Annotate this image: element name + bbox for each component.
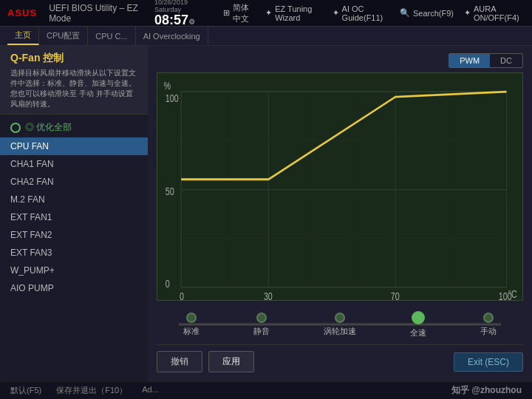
fan-item-cha2[interactable]: CHA2 FAN — [0, 173, 148, 191]
standard-dot[interactable] — [186, 313, 197, 323]
preset-full[interactable]: 全速 — [410, 311, 426, 338]
pwm-dc-toggle: PWM DC — [449, 53, 523, 68]
fan-item-cha1[interactable]: CHA1 FAN — [0, 155, 148, 173]
fan-item-aio[interactable]: AIO PUMP — [0, 279, 148, 297]
pwm-button[interactable]: PWM — [449, 54, 490, 67]
ai-oc-guide[interactable]: ✦ AI OC Guide(F11) — [332, 4, 389, 22]
y-axis-label: % — [164, 81, 171, 92]
main-content: Q-Fan 控制 选择目标风扇并移动滑块从以下设置文件中选择：标准、静音、加速与… — [0, 46, 532, 399]
cancel-button[interactable]: 撤销 — [157, 351, 202, 372]
silent-label: 静音 — [253, 326, 270, 337]
top-bar-items: ⊞ 简体中文 ✦ EZ Tuning Wizard ✦ AI OC Guide(… — [223, 2, 525, 24]
svg-text:30: 30 — [264, 291, 273, 300]
optimize-all-label: ◎ 优化全部 — [25, 121, 72, 134]
svg-text:0: 0 — [166, 279, 170, 290]
tab-cpu[interactable]: CPU配置 — [39, 27, 88, 45]
watermark: 知乎 @zhouzhou — [451, 384, 522, 397]
svg-text:0: 0 — [180, 291, 184, 300]
fan-item-ext1[interactable]: EXT FAN1 — [0, 208, 148, 226]
tab-ai-oc[interactable]: AI Overclocking — [136, 27, 208, 45]
silent-dot[interactable] — [256, 313, 267, 323]
right-panel: PWM DC % 100 50 0 — [148, 46, 532, 381]
search-button[interactable]: 🔍 Search(F9) — [400, 8, 454, 18]
full-label: 全速 — [410, 327, 426, 338]
section-desc: 选择目标风扇并移动滑块从以下设置文件中选择：标准、静音、加速与全速。您也可以移动… — [10, 68, 137, 109]
manual-label: 手动 — [480, 326, 497, 337]
dc-button[interactable]: DC — [490, 54, 522, 67]
aura-toggle[interactable]: ✦ AURA ON/OFF(F4) — [464, 4, 525, 22]
bios-title: UEFI BIOS Utility – EZ Mode — [49, 3, 143, 24]
mode-toggle-group: PWM DC — [157, 53, 523, 68]
fan-list: ◎ 优化全部 CPU FAN CHA1 FAN CHA2 FAN M.2 FAN… — [0, 115, 148, 300]
footer-bar: 默认(F5) 保存并退出（F10） Ad... 知乎 @zhouzhou — [0, 381, 532, 399]
manual-dot[interactable] — [483, 313, 494, 323]
tab-cpu-c[interactable]: CPU C... — [88, 27, 135, 45]
preset-turbo[interactable]: 涡轮加速 — [324, 313, 356, 337]
footer-default[interactable]: 默认(F5) — [10, 385, 41, 396]
ez-tuning-wizard[interactable]: ✦ EZ Tuning Wizard — [265, 4, 321, 22]
left-panel: Q-Fan 控制 选择目标风扇并移动滑块从以下设置文件中选择：标准、静音、加速与… — [0, 46, 148, 381]
fan-item-wpump[interactable]: W_PUMP+ — [0, 262, 148, 279]
chart-svg: % 100 50 0 — [157, 73, 522, 300]
language-menu[interactable]: ⊞ 简体中文 — [223, 2, 255, 24]
preset-manual[interactable]: 手动 — [480, 313, 497, 337]
svg-text:°C: °C — [508, 289, 517, 300]
optimize-all-button[interactable]: ◎ 优化全部 — [0, 117, 148, 137]
btn-group-left: 撤销 应用 — [157, 351, 254, 372]
fan-item-ext3[interactable]: EXT FAN3 — [0, 244, 148, 262]
exit-button[interactable]: Exit (ESC) — [454, 352, 523, 372]
date-display: 10/26/2019 Saturday — [154, 0, 205, 13]
apply-button[interactable]: 应用 — [208, 351, 254, 372]
fan-curve-chart: % 100 50 0 — [157, 72, 523, 301]
fan-item-ext2[interactable]: EXT FAN2 — [0, 226, 148, 244]
section-header: Q-Fan 控制 选择目标风扇并移动滑块从以下设置文件中选择：标准、静音、加速与… — [0, 46, 148, 115]
bottom-buttons: 撤销 应用 Exit (ESC) — [157, 344, 523, 374]
content-area: Q-Fan 控制 选择目标风扇并移动滑块从以下设置文件中选择：标准、静音、加速与… — [0, 46, 532, 381]
fan-item-cpu[interactable]: CPU FAN — [0, 137, 148, 155]
section-title: Q-Fan 控制 — [10, 52, 137, 65]
datetime: 10/26/2019 Saturday 08:57⚙ — [154, 0, 205, 27]
svg-text:100: 100 — [166, 93, 179, 105]
footer-save-exit[interactable]: 保存并退出（F10） — [56, 385, 127, 396]
svg-text:50: 50 — [166, 185, 174, 197]
settings-gear-icon[interactable]: ⚙ — [188, 18, 195, 26]
time-display: 08:57⚙ — [154, 13, 195, 28]
turbo-label: 涡轮加速 — [324, 326, 356, 337]
svg-text:70: 70 — [391, 291, 400, 300]
turbo-dot[interactable] — [335, 313, 345, 323]
fan-item-m2[interactable]: M.2 FAN — [0, 191, 148, 208]
second-bar: 主页 CPU配置 CPU C... AI Overclocking — [0, 27, 532, 46]
preset-standard[interactable]: 标准 — [183, 313, 200, 337]
asus-logo: ASUS — [7, 7, 37, 18]
standard-label: 标准 — [183, 326, 200, 337]
circle-icon — [10, 123, 21, 133]
footer-ad: Ad... — [142, 385, 159, 396]
full-dot[interactable] — [412, 311, 425, 324]
tab-home[interactable]: 主页 — [7, 27, 39, 45]
presets-row: 标准 静音 涡轮加速 全速 手动 — [157, 307, 523, 341]
footer-left: 默认(F5) 保存并退出（F10） Ad... — [10, 385, 159, 396]
preset-silent[interactable]: 静音 — [253, 313, 270, 337]
top-bar: ASUS UEFI BIOS Utility – EZ Mode 10/26/2… — [0, 0, 532, 27]
